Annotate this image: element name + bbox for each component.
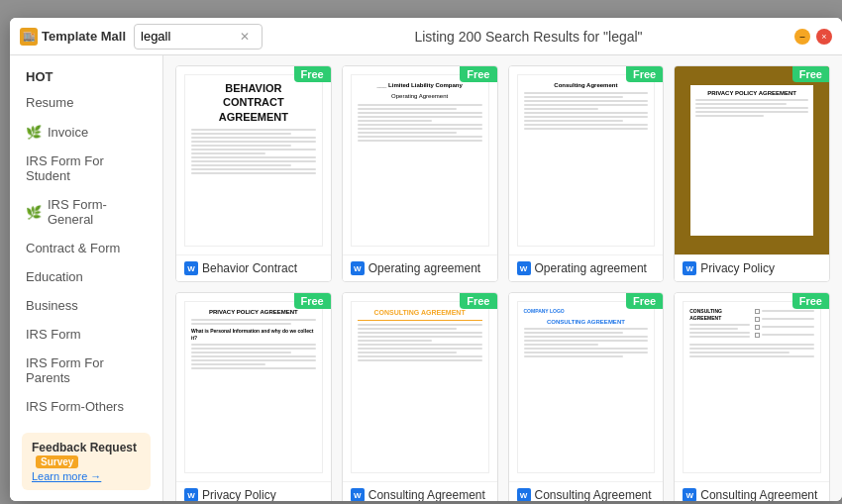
sidebar-item-education-label: Education (26, 269, 83, 284)
card-footer: W Consulting Agreement (343, 481, 497, 501)
doc-line (524, 92, 649, 94)
sidebar-item-contract[interactable]: Contract & Form (10, 234, 162, 262)
template-card-privacy-policy-2[interactable]: Free PRIVACY POLICY AGREEMENT What is Pe… (175, 292, 332, 501)
doc-line (695, 107, 809, 109)
doc-line (358, 348, 482, 350)
operating-agreement-subtitle: Operating Agreement (358, 92, 482, 100)
mini-doc: ___ Limited Liability Company Operating … (351, 74, 489, 247)
doc-line (358, 124, 482, 126)
doc-line (695, 115, 764, 117)
doc-type-icon: W (351, 261, 365, 275)
modal-controls: – × (794, 29, 832, 45)
sidebar-item-irs-general[interactable]: 🌿 IRS Form-General (10, 190, 162, 234)
doc-type-icon: W (351, 488, 365, 501)
template-card-consulting-1[interactable]: Free CONSULTING AGREEMENT (342, 292, 498, 501)
search-box[interactable]: ✕ (134, 24, 263, 50)
doc-line (358, 324, 482, 326)
consulting-agreement-title: Consulting Agreement (524, 81, 649, 89)
doc-line (695, 99, 809, 101)
doc-line (358, 336, 482, 338)
sidebar-item-contract-label: Contract & Form (26, 241, 120, 255)
doc-type-icon: W (184, 261, 198, 275)
doc-line (762, 318, 814, 320)
doc-line (191, 355, 316, 357)
search-clear-icon[interactable]: ✕ (240, 30, 250, 44)
card-label: Consulting Agreement (535, 488, 652, 501)
template-mall-modal: 🏬 Template Mall ✕ Listing 200 Search Res… (10, 18, 842, 501)
mini-doc: BEHAVIORCONTRACTAGREEMENT (184, 74, 323, 247)
sidebar-item-irs-form[interactable]: IRS Form (10, 320, 162, 349)
doc-line (358, 136, 482, 138)
search-input[interactable] (141, 29, 240, 44)
doc-line (524, 128, 649, 130)
free-badge: Free (792, 293, 829, 309)
doc-line (524, 348, 649, 350)
sidebar-item-invoice[interactable]: 🌿 Invoice (10, 117, 162, 147)
doc-line (358, 116, 482, 118)
modal-logo: 🏬 Template Mall (20, 28, 126, 46)
doc-line (695, 111, 809, 113)
card-footer: W Operating agreement (509, 254, 664, 281)
sidebar-item-resume-label: Resume (26, 95, 73, 110)
sidebar-item-resume[interactable]: Resume (10, 88, 162, 117)
sidebar-item-irs-general-label: IRS Form-General (48, 197, 147, 227)
privacy-inner-doc: PRIVACY POLICY AGREEMENT (690, 85, 814, 236)
doc-type-icon: W (517, 488, 531, 501)
doc-line (191, 359, 316, 361)
doc-line (762, 310, 814, 312)
template-card-privacy-policy-1[interactable]: Free PRIVACY POLICY AGREEMENT W (674, 65, 830, 282)
doc-line (524, 108, 598, 110)
modal-header: 🏬 Template Mall ✕ Listing 200 Search Res… (10, 18, 842, 55)
doc-line (191, 149, 316, 151)
template-card-consulting-3[interactable]: Free CONSULTING AGREEMENT (674, 292, 830, 501)
sidebar-item-business[interactable]: Business (10, 291, 162, 320)
checklist-row (755, 332, 814, 338)
template-card-operating-agreement-2[interactable]: Free Consulting Agreement (508, 65, 665, 282)
invoice-icon: 🌿 (26, 124, 42, 140)
checklist-title: CONSULTING AGREEMENT (689, 308, 749, 322)
minimize-button[interactable]: – (794, 29, 810, 45)
card-preview: COMPANY LOGO CONSULTING AGREEMENT (509, 293, 664, 481)
close-button[interactable]: × (816, 29, 832, 45)
doc-type-icon: W (517, 261, 531, 275)
doc-line (191, 145, 291, 147)
checkbox (755, 333, 760, 338)
card-footer: W Consulting Agreement (675, 481, 829, 501)
template-card-operating-agreement-1[interactable]: Free ___ Limited Liability Company Opera… (342, 65, 498, 282)
sidebar-item-irs-parents[interactable]: IRS Form For Parents (10, 349, 162, 392)
doc-line (191, 319, 316, 321)
irs-general-icon: 🌿 (26, 204, 42, 220)
sidebar-item-irs-student-label: IRS Form For Student (26, 153, 147, 183)
sidebar-item-irs-student[interactable]: IRS Form For Student (10, 147, 162, 190)
doc-line (191, 160, 316, 162)
mini-doc: CONSULTING AGREEMENT (683, 301, 821, 473)
privacy-policy-title-2: PRIVACY POLICY AGREEMENT (191, 308, 316, 316)
privacy-policy-title: PRIVACY POLICY AGREEMENT (695, 90, 809, 96)
free-badge: Free (460, 293, 496, 309)
free-badge: Free (294, 293, 331, 309)
doc-line (689, 348, 814, 350)
doc-line (358, 132, 458, 134)
feedback-learn-more-link[interactable]: Learn more → (32, 470, 141, 482)
modal-title: Listing 200 Search Results for "legal" (270, 29, 787, 45)
doc-line (358, 128, 482, 130)
card-label: Consulting Agreement (700, 488, 817, 501)
doc-type-icon: W (683, 261, 696, 275)
doc-line (358, 140, 482, 142)
doc-body (689, 344, 814, 357)
doc-line (524, 124, 649, 126)
doc-line (524, 336, 649, 338)
template-card-consulting-2[interactable]: Free COMPANY LOGO CONSULTING AGREEMENT (508, 292, 665, 501)
template-card-behavior-contract[interactable]: Free BEHAVIORCONTRACTAGREEMENT (175, 65, 332, 282)
card-preview: Consulting Agreement (509, 66, 664, 254)
sidebar-item-education[interactable]: Education (10, 262, 162, 291)
doc-line (524, 104, 649, 106)
doc-line (191, 133, 291, 135)
card-label: Operating agreement (368, 261, 480, 275)
sidebar-item-irs-others[interactable]: IRS Form-Others (10, 392, 162, 421)
doc-line (689, 324, 749, 326)
doc-line (358, 104, 482, 106)
company-logo-text: COMPANY LOGO (524, 308, 565, 315)
doc-line (191, 141, 316, 143)
card-footer: W Operating agreement (343, 254, 497, 281)
